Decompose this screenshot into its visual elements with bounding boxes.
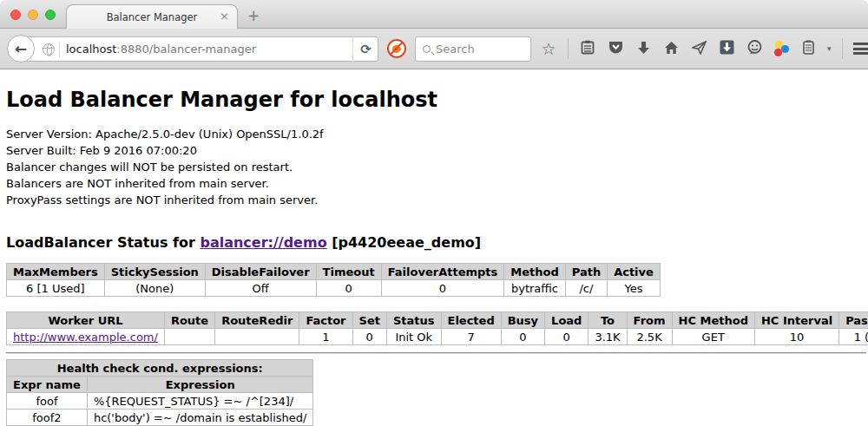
- column-header: Timeout: [316, 264, 381, 280]
- cell-hc-interval: 10: [754, 329, 838, 345]
- column-header: From: [627, 312, 672, 329]
- cell-status: Init Ok: [386, 329, 441, 345]
- column-header: Passes: [839, 312, 868, 329]
- container-battery-icon[interactable]: [799, 40, 817, 57]
- cell-load: 0: [545, 329, 589, 345]
- worker-row: http://www.example.com/ 1 0 Init Ok 7 0 …: [7, 329, 868, 345]
- cell-expression: hc('body') =~ /domain is established/: [87, 410, 313, 426]
- page-content: Load Balancer Manager for localhost Serv…: [0, 69, 868, 425]
- zoom-window-button[interactable]: [45, 10, 56, 20]
- url-path: :8880/balancer-manager: [116, 43, 256, 56]
- cell-route: [164, 329, 214, 345]
- persist-notice-line: Balancer changes will NOT be persisted o…: [6, 159, 868, 175]
- column-header: To: [589, 312, 627, 329]
- server-built-line: Server Built: Feb 9 2016 07:00:20: [6, 142, 868, 159]
- loadbalancer-status-heading: LoadBalancer Status for balancer://demo …: [6, 234, 868, 251]
- reading-list-icon[interactable]: [579, 40, 596, 57]
- multi-account-dots-icon[interactable]: [773, 41, 789, 56]
- search-placeholder: Search: [436, 43, 475, 56]
- menu-icon[interactable]: [853, 43, 868, 55]
- server-version-line: Server Version: Apache/2.5.0-dev (Unix) …: [6, 126, 868, 142]
- tab-close-icon[interactable]: ×: [220, 10, 229, 22]
- status-suffix: [p4420eeae_demo]: [327, 234, 482, 251]
- bookmark-star-icon[interactable]: ☆: [540, 41, 557, 57]
- column-header: Expr name: [7, 377, 88, 393]
- column-header: HC Interval: [754, 312, 838, 329]
- cell-active: Yes: [608, 280, 661, 297]
- cell-hc-method: GET: [672, 329, 754, 345]
- toolbar-icons: ☆: [540, 35, 868, 62]
- url-bar[interactable]: localhost:8880/balancer-manager: [21, 36, 378, 62]
- column-header: RouteRedir: [215, 312, 299, 329]
- section-divider: [6, 352, 866, 354]
- table-row: foof2 hc('body') =~ /domain is establish…: [7, 410, 313, 426]
- cell-elected: 7: [441, 329, 501, 345]
- back-button[interactable]: ←: [7, 35, 35, 62]
- browser-window: Balancer Manager × + ← localhost:8880/ba…: [0, 0, 868, 426]
- table-row: foof %{REQUEST_STATUS} =~ /^[234]/: [7, 393, 313, 410]
- downloads-icon[interactable]: [635, 41, 652, 57]
- cell-maxmembers: 6 [1 Used]: [7, 280, 105, 297]
- cell-set: 0: [352, 329, 386, 345]
- addon-download-icon[interactable]: [718, 40, 735, 57]
- cell-failoverattempts: 0: [381, 280, 504, 297]
- cell-routeredir: [215, 329, 299, 345]
- cell-passes: 1 (0): [839, 329, 868, 345]
- table-title-row: Health check cond. expressions:: [7, 360, 313, 377]
- proxypass-notice-line: ProxyPass settings are NOT inherited fro…: [6, 192, 868, 208]
- reload-button[interactable]: ⟳: [352, 36, 378, 62]
- close-window-button[interactable]: [10, 10, 21, 20]
- url-domain: localhost: [66, 43, 116, 56]
- cell-busy: 0: [501, 329, 544, 345]
- column-header: HC Method: [672, 312, 754, 329]
- new-tab-button[interactable]: +: [247, 7, 260, 24]
- title-bar: Balancer Manager × +: [0, 0, 868, 29]
- tab-title: Balancer Manager: [107, 11, 198, 23]
- health-table-title: Health check cond. expressions:: [7, 360, 313, 377]
- worker-url-link[interactable]: http://www.example.com/: [13, 331, 158, 344]
- plugin-block-icon[interactable]: [387, 39, 406, 58]
- pocket-icon[interactable]: [607, 41, 624, 57]
- divider: [842, 38, 843, 59]
- column-header: Route: [164, 312, 214, 329]
- minimize-window-button[interactable]: [28, 10, 38, 20]
- column-header: Path: [565, 264, 607, 280]
- column-header: Elected: [441, 312, 501, 329]
- globe-icon: [43, 43, 55, 56]
- cell-disablefailover: Off: [205, 280, 316, 297]
- column-header: StickySession: [104, 264, 205, 280]
- status-prefix: LoadBalancer Status for: [6, 234, 200, 251]
- health-check-table: Health check cond. expressions: Expr nam…: [6, 359, 313, 426]
- cell-method: bytraffic: [504, 280, 565, 297]
- cell-expression: %{REQUEST_STATUS} =~ /^[234]/: [87, 393, 313, 410]
- column-header: Set: [352, 312, 386, 329]
- cell-factor: 1: [299, 329, 352, 345]
- window-controls: [10, 10, 56, 20]
- navigation-toolbar: ← localhost:8880/balancer-manager ⟳ Sear…: [0, 29, 868, 69]
- back-icon: ←: [15, 40, 27, 57]
- balancer-summary-table: MaxMembers StickySession DisableFailover…: [6, 263, 661, 297]
- cell-to: 3.1K: [589, 329, 627, 345]
- balancer-demo-link[interactable]: balancer://demo: [200, 234, 326, 251]
- table-header-row: Worker URL Route RouteRedir Factor Set S…: [7, 312, 868, 329]
- cell-path: /c/: [565, 280, 607, 297]
- column-header: MaxMembers: [7, 264, 105, 280]
- column-header: Method: [504, 264, 565, 280]
- search-icon: [423, 45, 431, 53]
- send-icon[interactable]: [690, 41, 707, 57]
- divider: [59, 42, 60, 57]
- cell-stickysession: (None): [104, 280, 205, 297]
- search-input[interactable]: Search: [415, 36, 531, 62]
- column-header: DisableFailover: [205, 264, 316, 280]
- chat-smiley-icon[interactable]: [746, 40, 763, 57]
- column-header: FailoverAttempts: [381, 264, 504, 280]
- tab-balancer-manager[interactable]: Balancer Manager ×: [66, 4, 238, 29]
- cell-from: 2.5K: [627, 329, 672, 345]
- cell-timeout: 0: [316, 280, 381, 297]
- column-header: Load: [545, 312, 589, 329]
- column-header: Expression: [87, 377, 313, 393]
- home-icon[interactable]: [662, 41, 680, 57]
- chevron-down-icon[interactable]: ▾: [827, 44, 832, 53]
- reload-icon: ⟳: [360, 42, 372, 57]
- table-row: 6 [1 Used] (None) Off 0 0 bytraffic /c/ …: [7, 280, 661, 297]
